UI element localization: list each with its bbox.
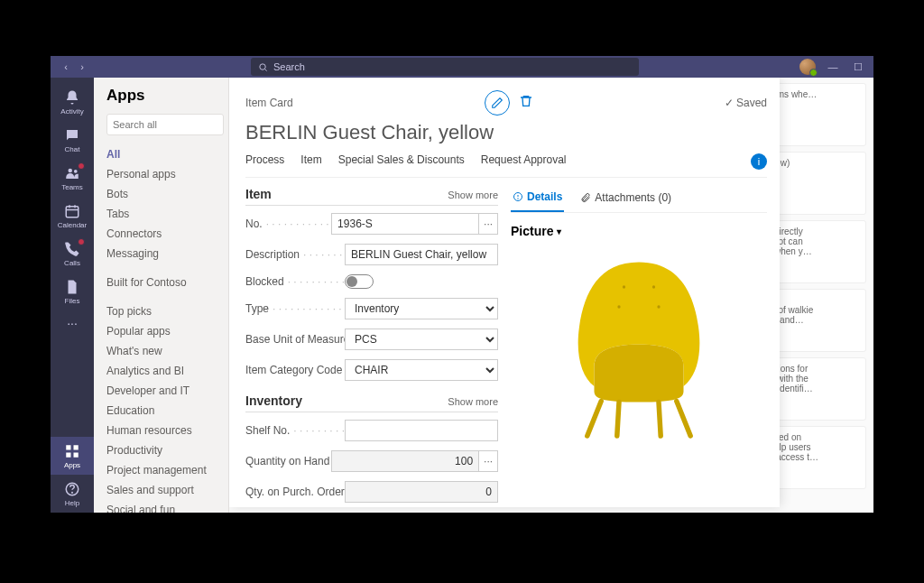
show-more-inventory[interactable]: Show more [448, 396, 498, 407]
attachment-icon [580, 192, 591, 203]
qoh-drilldown-button[interactable]: ··· [479, 450, 498, 472]
svg-point-19 [617, 305, 620, 308]
nav-forward-button[interactable]: › [74, 59, 90, 75]
sidebar-developer[interactable]: Developer and IT [106, 381, 224, 401]
item-picture [540, 247, 738, 446]
action-item[interactable]: Item [300, 153, 321, 170]
qpo-label: Qty. on Purch. Order [245, 486, 345, 498]
sidebar-search-input[interactable] [106, 114, 224, 135]
edit-button[interactable] [485, 90, 510, 116]
rail-chat[interactable]: Chat [51, 121, 94, 159]
no-lookup-button[interactable]: ··· [479, 213, 498, 235]
svg-line-21 [587, 402, 601, 437]
sidebar-tabs[interactable]: Tabs [106, 204, 224, 224]
ellipsis-icon: ··· [484, 217, 493, 230]
action-process[interactable]: Process [245, 153, 284, 170]
chevron-down-icon: ▾ [557, 227, 561, 236]
sidebar-education[interactable]: Education [106, 401, 224, 421]
sidebar-whats-new[interactable]: What's new [106, 341, 224, 361]
svg-rect-4 [66, 206, 79, 217]
sidebar-messaging[interactable]: Messaging [106, 244, 224, 264]
nav-back-button[interactable]: ‹ [58, 59, 74, 75]
type-select[interactable]: Inventory [345, 298, 498, 319]
no-label: No. [245, 217, 263, 230]
calendar-icon [64, 203, 80, 219]
svg-line-24 [677, 402, 690, 437]
rail-more[interactable]: ··· [51, 310, 94, 336]
info-icon: i [758, 156, 760, 167]
svg-line-1 [265, 69, 267, 70]
help-icon [64, 481, 80, 497]
check-icon: ✓ [725, 97, 734, 109]
tab-details[interactable]: Details [511, 187, 564, 212]
svg-rect-11 [74, 452, 79, 457]
sidebar-hr[interactable]: Human resources [106, 421, 224, 440]
search-placeholder: Search [273, 61, 305, 72]
section-item-heading: Item [245, 187, 272, 201]
bell-icon [64, 89, 80, 106]
svg-line-23 [659, 403, 661, 436]
notification-badge-icon [78, 162, 85, 170]
item-card-panel: Item Card ✓ Saved BERLIN Guest Ch [229, 78, 780, 507]
sidebar-popular[interactable]: Popular apps [106, 321, 224, 341]
app-rail: Activity Chat Teams Calendar Calls [51, 78, 94, 513]
tab-attachments[interactable]: Attachments (0) [578, 187, 673, 212]
uom-select[interactable]: PCS [345, 329, 498, 350]
sidebar-all[interactable]: All [106, 144, 224, 164]
rail-calendar[interactable]: Calendar [51, 197, 94, 235]
svg-rect-10 [66, 452, 70, 457]
description-input[interactable] [345, 244, 498, 265]
shelf-label: Shelf No. [245, 424, 290, 437]
action-special-sales[interactable]: Special Sales & Discounts [338, 153, 465, 170]
sidebar-title: Apps [106, 87, 228, 105]
sidebar-analytics[interactable]: Analytics and BI [106, 361, 224, 381]
rail-files[interactable]: Files [51, 273, 94, 310]
shelf-input[interactable] [345, 420, 498, 441]
category-select[interactable]: CHAIR [345, 359, 498, 381]
details-icon [513, 191, 523, 202]
uom-label: Base Unit of Measure [245, 333, 345, 346]
svg-point-20 [657, 305, 660, 308]
rail-calls[interactable]: Calls [51, 235, 94, 273]
sidebar-sales[interactable]: Sales and support [106, 480, 224, 500]
sidebar-bots[interactable]: Bots [106, 184, 224, 204]
description-label: Description [245, 248, 300, 261]
ellipsis-icon: ··· [484, 455, 493, 467]
picture-section-toggle[interactable]: Picture ▾ [511, 224, 767, 238]
minimize-button[interactable]: — [825, 59, 841, 75]
maximize-button[interactable]: ☐ [850, 59, 866, 75]
rail-help[interactable]: Help [51, 475, 94, 513]
trash-icon [519, 94, 533, 108]
svg-point-17 [623, 285, 625, 288]
rail-apps[interactable]: Apps [51, 437, 94, 475]
notification-badge-icon [78, 238, 85, 245]
sidebar-connectors[interactable]: Connectors [106, 224, 224, 244]
action-request-approval[interactable]: Request Approval [481, 153, 567, 170]
sidebar-top-picks[interactable]: Top picks [106, 301, 224, 321]
rail-teams[interactable]: Teams [51, 159, 94, 197]
global-search-input[interactable]: Search [251, 58, 639, 76]
sidebar-project-mgmt[interactable]: Project management [106, 460, 224, 480]
rail-activity[interactable]: Activity [51, 83, 94, 121]
apps-sidebar: Apps All Personal apps Bots Tabs Connect… [94, 78, 229, 513]
blocked-toggle[interactable] [345, 274, 374, 289]
svg-rect-8 [66, 445, 70, 449]
show-more-item[interactable]: Show more [448, 190, 498, 200]
apps-icon [64, 443, 80, 459]
sidebar-personal-apps[interactable]: Personal apps [106, 164, 224, 184]
svg-point-3 [74, 169, 78, 172]
avatar[interactable] [799, 59, 816, 75]
item-title: BERLIN Guest Chair, yellow [245, 121, 767, 144]
chair-icon [540, 247, 738, 446]
no-input[interactable] [331, 213, 479, 235]
svg-point-0 [260, 63, 265, 69]
sidebar-social[interactable]: Social and fun [106, 500, 224, 513]
sidebar-productivity[interactable]: Productivity [106, 440, 224, 460]
qoh-value [331, 450, 479, 472]
sidebar-built-for[interactable]: Built for Contoso [106, 273, 224, 292]
search-icon [258, 62, 268, 72]
delete-button[interactable] [519, 94, 533, 112]
info-button[interactable]: i [751, 153, 767, 170]
section-inventory-heading: Inventory [245, 393, 302, 408]
svg-point-2 [69, 168, 73, 172]
